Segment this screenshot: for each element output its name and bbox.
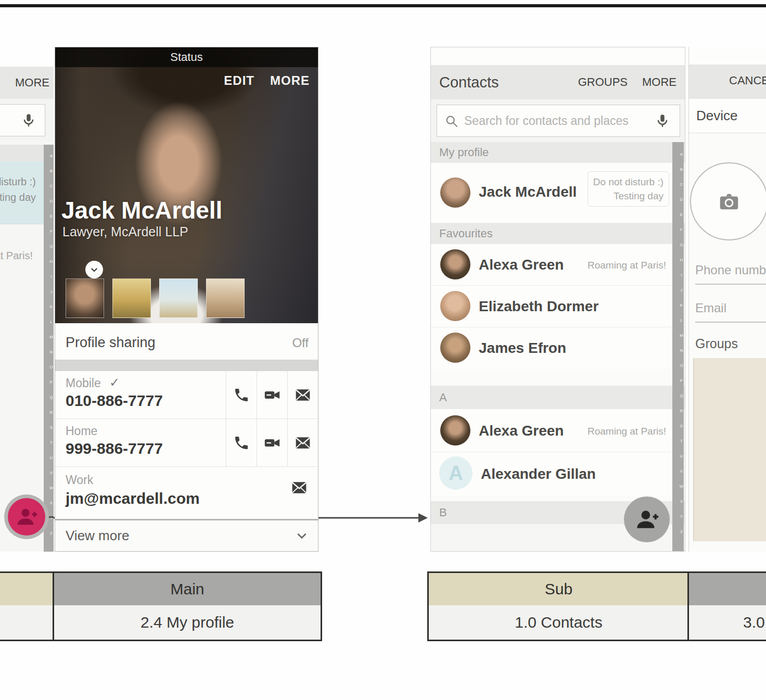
status-line-1: Do not disturb :) <box>593 175 663 189</box>
video-call-icon[interactable] <box>257 371 287 418</box>
alphabet-index[interactable]: ABCDEFGHIJKLMNOPQRSTUVWXYZ <box>672 142 684 551</box>
favourite-status: Roaming at Paris! <box>0 250 33 262</box>
device-label: Device <box>696 108 737 124</box>
label-band-contacts: Sub 1.0 Contacts <box>427 571 690 641</box>
view-more-label: View more <box>66 528 129 544</box>
status-bar: Status <box>55 47 318 67</box>
label-band-left <box>0 571 56 641</box>
profile-sharing-row[interactable]: Profile sharing Off <box>55 323 318 360</box>
my-profile-row[interactable]: Jack McArdell Do not disturb :) Testing … <box>431 163 685 223</box>
label-band-my-profile: Main 2.4 My profile <box>53 571 322 641</box>
profile-sharing-label: Profile sharing <box>66 335 156 351</box>
groups-field-label[interactable]: Groups <box>695 336 738 351</box>
row-actions <box>226 419 318 466</box>
left-contacts-screen: GROUPS MORE Do not disturb :) Testing da… <box>0 67 54 552</box>
section-favourites: Favourites <box>431 223 685 244</box>
edit-button[interactable]: EDIT <box>224 73 254 88</box>
groups-button[interactable]: GROUPS <box>578 75 628 89</box>
message-icon[interactable] <box>287 419 318 466</box>
field-underline <box>695 284 766 285</box>
add-contact-icon <box>634 506 660 532</box>
picker-panel <box>693 358 766 541</box>
avatar <box>440 415 470 446</box>
photo-thumbnail[interactable] <box>206 278 245 318</box>
status-bubble: Do not disturb :) Testing day <box>588 171 669 207</box>
contact-name: Elizabeth Dormer <box>479 298 598 315</box>
phone-number-field-label[interactable]: Phone number <box>695 263 766 277</box>
detail-row-home[interactable]: Home 999-886-7777 <box>55 419 318 467</box>
band-caption <box>0 605 54 640</box>
more-button[interactable]: MORE <box>642 75 676 89</box>
add-contact-icon <box>15 505 39 529</box>
detail-label: Work <box>66 473 93 487</box>
cancel-button[interactable]: CANCEL <box>729 74 766 87</box>
status-bar-title: Status <box>170 50 202 64</box>
contact-name: Jack McArdell <box>479 184 577 200</box>
contacts-title: Contacts <box>439 74 499 91</box>
search-input[interactable]: Search for contacts and places <box>437 105 680 137</box>
message-icon[interactable] <box>287 371 318 418</box>
detail-value: 010-886-7777 <box>66 392 163 410</box>
profile-photo: Status EDIT MORE Jack McArdell Lawyer, M… <box>55 47 318 323</box>
device-selector-row[interactable]: Device <box>689 99 766 133</box>
default-check: ✓ <box>109 375 120 390</box>
section-my-profile: My profile <box>431 142 685 163</box>
status-line-2: Testing day <box>593 189 663 203</box>
expand-icon <box>295 529 309 542</box>
photo-thumbnails <box>66 278 245 318</box>
contact-name: Alexander Gillan <box>481 466 596 482</box>
avatar <box>440 291 470 321</box>
more-button[interactable]: MORE <box>270 73 310 88</box>
label-band-create: 3.0 <box>687 571 766 641</box>
email-field-label[interactable]: Email <box>695 301 726 315</box>
photo-thumbnail[interactable] <box>66 278 104 318</box>
detail-value: 999-886-7777 <box>66 440 163 457</box>
contact-row[interactable]: Alexa Green Roaming at Paris! <box>431 409 685 452</box>
band-caption: 2.4 My profile <box>54 605 321 640</box>
field-underline <box>695 322 766 323</box>
collapse-photos-button[interactable] <box>85 261 103 278</box>
detail-row-work[interactable]: Work jm@mcardell.com <box>55 467 318 519</box>
search-placeholder: Search for contacts and places <box>464 114 629 128</box>
contact-row[interactable]: A Alexander Gillan <box>431 452 685 496</box>
avatar <box>440 333 470 363</box>
call-icon[interactable] <box>226 371 257 418</box>
contact-row[interactable]: Elizabeth Dormer <box>431 286 685 327</box>
more-button[interactable]: MORE <box>15 76 49 89</box>
contact-name: Alexa Green <box>479 423 564 439</box>
profile-subtitle: Lawyer, McArdell LLP <box>62 224 188 239</box>
voice-search-icon[interactable] <box>21 112 36 128</box>
detail-row-mobile[interactable]: Mobile ✓ 010-886-7777 <box>55 371 318 419</box>
add-contact-fab-highlighted[interactable] <box>4 494 49 539</box>
photo-placeholder-circle[interactable] <box>690 162 766 240</box>
view-more-row[interactable]: View more <box>55 520 318 551</box>
left-action-bar-buttons: GROUPS MORE <box>0 76 49 90</box>
detail-value: jm@mcardell.com <box>66 490 200 507</box>
band-title <box>689 573 766 605</box>
section-label: Favourites <box>439 227 493 240</box>
alphabet-index[interactable]: ABCDEFGHIJKLMNOPQRSTUVWXYZ <box>44 145 54 552</box>
my-profile-screen: Status EDIT MORE Jack McArdell Lawyer, M… <box>55 47 318 552</box>
section-label: My profile <box>439 146 489 159</box>
email-icon[interactable] <box>291 479 308 496</box>
left-search-input[interactable] <box>0 104 45 136</box>
figure-canvas: GROUPS MORE Do not disturb :) Testing da… <box>0 0 766 700</box>
contact-row[interactable]: James Efron <box>431 327 685 369</box>
top-rule <box>0 4 766 7</box>
photo-thumbnail[interactable] <box>159 278 198 318</box>
voice-search-icon[interactable] <box>655 113 670 129</box>
video-call-icon[interactable] <box>257 419 287 466</box>
call-icon[interactable] <box>226 419 257 466</box>
photo-thumbnail[interactable] <box>112 278 151 318</box>
add-contact-fab[interactable] <box>624 497 670 542</box>
section-a: A <box>431 386 685 409</box>
contact-name: James Efron <box>479 340 566 357</box>
status-strip <box>431 47 685 66</box>
camera-icon <box>717 189 741 213</box>
band-caption: 1.0 Contacts <box>429 605 688 640</box>
contact-row[interactable]: Alexa Green Roaming at Paris! <box>431 244 685 286</box>
contact-status: Roaming at Paris! <box>588 260 666 271</box>
search-icon <box>444 114 459 129</box>
row-actions <box>226 371 318 418</box>
photo-action-buttons: EDIT MORE <box>224 73 310 88</box>
